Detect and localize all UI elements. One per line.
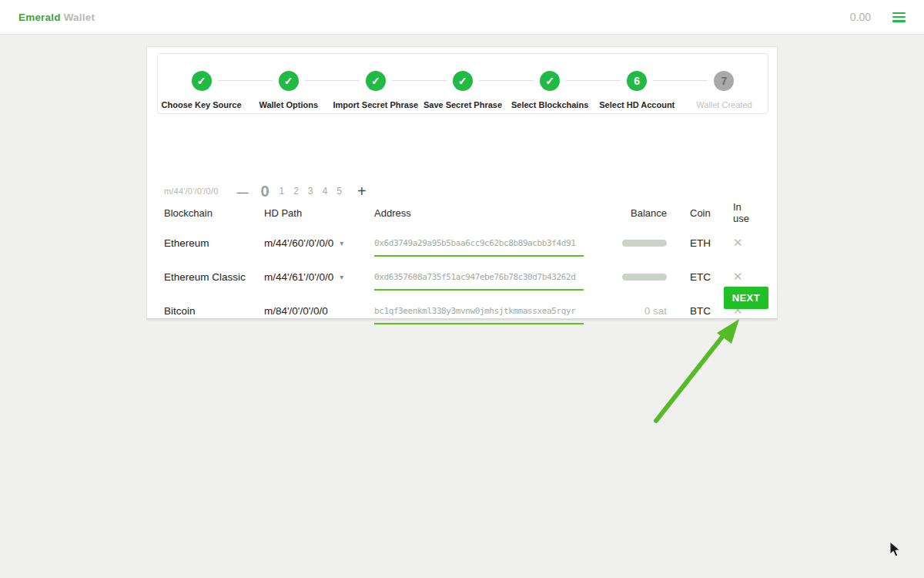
balance-value: 0 sat: [584, 305, 667, 317]
total-balance: 0.00: [850, 11, 871, 23]
balance-loading-skeleton: [622, 274, 667, 281]
blockchain-name: Ethereum: [164, 237, 264, 249]
check-icon: ✓: [540, 71, 560, 91]
account-option-5[interactable]: 5: [336, 186, 342, 197]
chevron-down-icon: ▾: [340, 239, 343, 247]
hd-path-dropdown[interactable]: m/44'/61'/0'/0/0 ▾: [264, 271, 374, 283]
step-label: Import Secret Phrase: [333, 100, 419, 109]
step-label: Select Blockchains: [511, 100, 588, 109]
not-in-use-icon: ✕: [716, 236, 759, 250]
account-plus-button[interactable]: +: [357, 183, 367, 200]
wizard-stepper: ✓ Choose Key Source ✓ Wallet Options ✓ I…: [157, 53, 768, 114]
address-field[interactable]: bc1qf3eenkml338y3mvnw0jmhsjtkmmassxea5rq…: [374, 306, 584, 324]
blockchain-name: Bitcoin: [164, 305, 264, 317]
table-row-bitcoin: Bitcoin m/84'/0'/0'/0/0 bc1qf3eenkml338y…: [164, 294, 759, 328]
address-field[interactable]: 0xd6357608a735f51ac947ebe76b78c30d7b4326…: [374, 272, 584, 291]
blockchain-name: Ethereum Classic: [164, 271, 264, 283]
step-import-secret-phrase: ✓ Import Secret Phrase: [332, 71, 419, 113]
step-label: Select HD Account: [599, 100, 675, 109]
step-label: Choose Key Source: [162, 100, 242, 109]
annotation-arrow: [645, 313, 747, 427]
table-row-ethereum-classic: Ethereum Classic m/44'/61'/0'/0/0 ▾ 0xd6…: [164, 260, 759, 294]
hd-path-value: m/44'/61'/0'/0/0: [264, 271, 333, 283]
step-select-blockchains: ✓ Select Blockchains: [507, 71, 594, 113]
brand-secondary: Wallet: [64, 12, 95, 23]
hd-path-dropdown[interactable]: m/44'/60'/0'/0/0 ▾: [264, 237, 374, 249]
check-icon: ✓: [279, 71, 299, 91]
account-option-3[interactable]: 3: [308, 186, 313, 197]
check-icon: ✓: [453, 71, 473, 91]
account-option-1[interactable]: 1: [280, 186, 285, 197]
header-in-use: In use: [716, 201, 759, 224]
next-button[interactable]: NEXT: [724, 287, 768, 309]
table-row-ethereum: Ethereum m/44'/60'/0'/0/0 ▾ 0x6d3749a29a…: [164, 226, 759, 260]
address-field[interactable]: 0x6d3749a29a95b5baa6cc9c62bc8b89acbb3f4d…: [374, 238, 584, 257]
step-label: Wallet Options: [259, 100, 318, 109]
header-balance: Balance: [584, 207, 667, 219]
step-label: Wallet Created: [696, 100, 752, 109]
blockchains-table: Blockchain HD Path Address Balance Coin …: [164, 200, 759, 328]
mouse-cursor-icon: [889, 541, 901, 558]
step-save-secret-phrase: ✓ Save Secret Phrase: [419, 71, 506, 113]
step-label: Save Secret Phrase: [424, 100, 502, 109]
hd-path-value: m/44'/60'/0'/0/0: [264, 237, 333, 249]
step-number-badge: 7: [714, 71, 734, 91]
coin-ticker: ETC: [667, 271, 716, 283]
base-hd-path-label: m/44'/0'/0'/0/0: [164, 187, 218, 196]
step-wallet-options: ✓ Wallet Options: [245, 71, 332, 113]
check-icon: ✓: [366, 71, 386, 91]
top-bar: Emerald Wallet 0.00: [0, 0, 924, 35]
create-wallet-card: ✓ Choose Key Source ✓ Wallet Options ✓ I…: [146, 46, 778, 320]
coin-ticker: BTC: [667, 305, 716, 317]
table-header-row: Blockchain HD Path Address Balance Coin …: [164, 200, 759, 226]
hd-path-value: m/84'/0'/0'/0/0: [264, 305, 328, 317]
header-hd-path: HD Path: [264, 207, 374, 219]
balance-loading-skeleton: [622, 240, 667, 247]
step-number-badge: 6: [627, 71, 647, 91]
step-choose-key-source: ✓ Choose Key Source: [158, 71, 245, 113]
account-minus-button[interactable]: —: [236, 185, 248, 198]
coin-ticker: ETH: [667, 237, 716, 249]
check-icon: ✓: [192, 71, 212, 91]
chevron-down-icon: ▾: [340, 273, 343, 281]
brand-primary: Emerald: [18, 12, 61, 23]
header-coin: Coin: [667, 207, 716, 219]
step-wallet-created: 7 Wallet Created: [681, 71, 768, 113]
step-select-hd-account: 6 Select HD Account: [594, 71, 681, 113]
account-option-4[interactable]: 4: [323, 186, 328, 197]
app-logo: Emerald Wallet: [18, 12, 95, 23]
hamburger-menu-icon[interactable]: [892, 12, 906, 22]
not-in-use-icon: ✕: [716, 270, 759, 284]
account-option-2[interactable]: 2: [293, 186, 299, 197]
header-address: Address: [374, 207, 584, 219]
account-option-0[interactable]: 0: [260, 183, 269, 200]
header-blockchain: Blockchain: [164, 207, 264, 219]
